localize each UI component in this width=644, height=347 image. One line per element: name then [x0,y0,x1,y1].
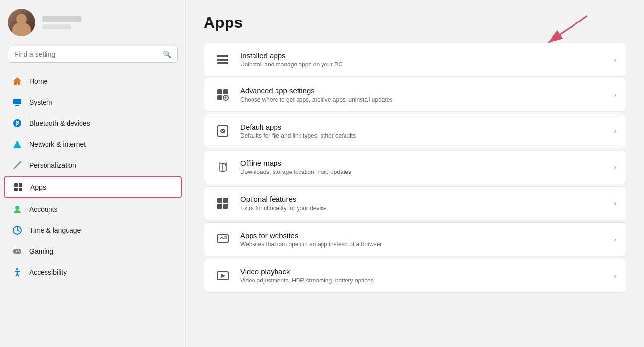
svg-rect-32 [217,89,222,94]
installed-apps-text: Installed apps Uninstall and manage apps… [240,51,605,68]
svg-rect-42 [223,198,228,203]
sidebar-item-network[interactable]: Network & internet [4,134,182,154]
sidebar-item-personalization[interactable]: Personalization [4,155,182,175]
offline-maps-subtitle: Downloads, storage location, map updates [240,169,605,175]
svg-line-5 [14,162,20,168]
sidebar-item-home[interactable]: Home [4,71,182,91]
offline-maps-card[interactable]: Offline maps Downloads, storage location… [204,150,626,184]
svg-rect-31 [217,62,220,64]
settings-list: Installed apps Uninstall and manage apps… [204,43,626,293]
search-input[interactable] [14,50,159,58]
video-playback-chevron: › [614,272,616,280]
offline-maps-title: Offline maps [240,159,605,167]
optional-features-text: Optional features Extra functionality fo… [240,195,605,212]
svg-rect-9 [14,188,18,191]
svg-rect-2 [15,106,20,106]
offline-maps-text: Offline maps Downloads, storage location… [240,159,605,175]
apps-for-websites-subtitle: Websites that can open in an app instead… [240,241,605,248]
time-icon [12,225,23,236]
installed-apps-wrapper: Installed apps Uninstall and manage apps… [204,43,626,77]
offline-maps-chevron: › [614,163,616,171]
sidebar-item-time[interactable]: Time & language [4,220,182,240]
sidebar-item-accessibility[interactable]: Accessibility [4,262,182,282]
profile-name-block [42,16,81,29]
sidebar-item-apps[interactable]: Apps [4,176,182,198]
default-apps-chevron: › [614,127,616,135]
sidebar: 🔍 Home System [0,0,186,347]
sidebar-item-label-time: Time & language [29,226,81,234]
sidebar-item-label-system: System [29,98,52,106]
sidebar-item-bluetooth[interactable]: Bluetooth & devices [4,113,182,133]
apps-icon [13,182,23,193]
video-playback-card[interactable]: Video playback Video adjustments, HDR st… [204,259,626,293]
profile-name-line [42,16,81,22]
advanced-app-settings-title: Advanced app settings [240,87,605,95]
svg-rect-33 [223,89,228,94]
gaming-icon [12,246,23,257]
sidebar-item-label-home: Home [29,77,47,85]
home-icon [12,76,23,87]
svg-rect-41 [217,198,222,203]
svg-point-19 [19,251,20,252]
video-playback-icon [214,267,231,284]
search-container: 🔍 [0,42,185,70]
svg-line-14 [17,230,19,231]
sidebar-item-label-accessibility: Accessibility [29,268,67,276]
installed-apps-chevron: › [614,56,616,64]
system-icon [12,97,23,108]
advanced-app-settings-icon [214,86,231,104]
personalization-icon [12,160,23,171]
svg-rect-34 [217,95,222,100]
installed-apps-subtitle: Uninstall and manage apps on your PC [240,61,605,68]
sidebar-item-system[interactable]: System [4,92,182,112]
profile-sub-line [42,24,71,29]
svg-rect-10 [19,188,22,191]
avatar [8,9,35,36]
search-box[interactable]: 🔍 [8,46,178,63]
offline-maps-icon [214,158,231,176]
video-playback-title: Video playback [240,267,605,276]
sidebar-item-accounts[interactable]: Accounts [4,199,182,219]
sidebar-item-label-accounts: Accounts [29,205,58,213]
apps-for-websites-icon [214,231,231,248]
sidebar-item-gaming[interactable]: Gaming [4,241,182,261]
sidebar-item-label-bluetooth: Bluetooth & devices [29,119,90,127]
optional-features-subtitle: Extra functionality for your device [240,205,605,212]
optional-features-chevron: › [614,199,616,207]
svg-point-20 [16,268,18,270]
svg-rect-1 [15,105,19,106]
sidebar-item-label-personalization: Personalization [29,161,76,169]
sidebar-item-label-network: Network & internet [29,140,86,148]
installed-apps-card[interactable]: Installed apps Uninstall and manage apps… [204,43,626,77]
advanced-app-settings-card[interactable]: Advanced app settings Choose where to ge… [204,78,626,112]
default-apps-text: Default apps Defaults for file and link … [240,123,605,139]
apps-for-websites-title: Apps for websites [240,231,605,239]
default-apps-card[interactable]: Default apps Defaults for file and link … [204,114,626,148]
default-apps-title: Default apps [240,123,605,131]
page-title: Apps [204,14,626,32]
accounts-icon [12,204,23,215]
svg-rect-7 [14,183,18,187]
bluetooth-icon [12,118,23,129]
default-apps-icon [214,122,231,140]
svg-point-6 [19,161,21,163]
svg-rect-29 [217,55,220,57]
main-content: Apps [186,0,644,347]
svg-line-24 [17,274,19,276]
advanced-app-chevron: › [614,91,616,99]
svg-rect-8 [19,183,22,187]
svg-marker-47 [221,274,225,278]
profile-section [0,0,185,42]
optional-features-card[interactable]: Optional features Extra functionality fo… [204,186,626,220]
accessibility-icon [12,267,23,278]
sidebar-nav: Home System Bluetooth & devices [0,70,185,347]
apps-for-websites-chevron: › [614,236,616,243]
installed-apps-title: Installed apps [240,51,605,60]
apps-for-websites-card[interactable]: Apps for websites Websites that can open… [204,222,626,257]
optional-features-title: Optional features [240,195,605,203]
video-playback-text: Video playback Video adjustments, HDR st… [240,267,605,284]
default-apps-subtitle: Defaults for file and link types, other … [240,132,605,139]
video-playback-subtitle: Video adjustments, HDR streaming, batter… [240,277,605,284]
sidebar-item-label-apps: Apps [30,183,46,191]
apps-for-websites-text: Apps for websites Websites that can open… [240,231,605,248]
